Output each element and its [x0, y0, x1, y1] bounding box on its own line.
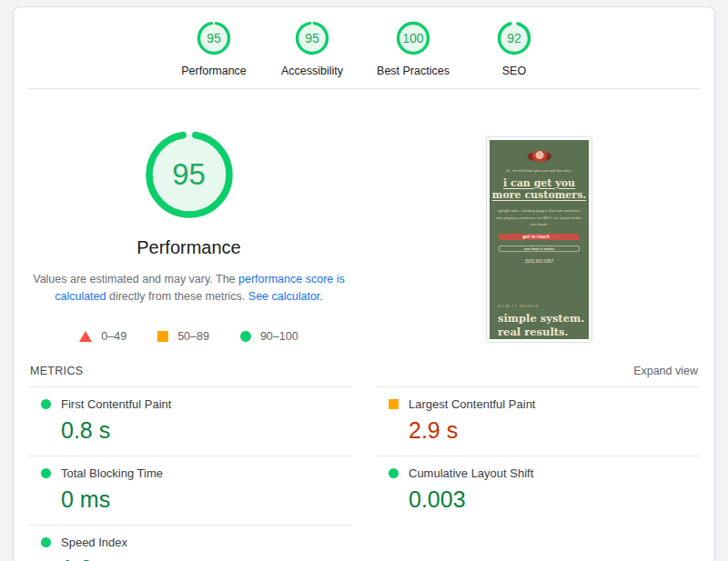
- metrics-title: METRICS: [30, 365, 83, 377]
- summary-gauge-accessibility[interactable]: 95 Accessibility: [278, 20, 346, 77]
- legend-fail: 0–49: [79, 330, 126, 343]
- tbt-name: Total Blocking Time: [61, 466, 163, 480]
- performance-label: Performance: [181, 65, 247, 77]
- summary-gauge-best-practices[interactable]: 100 Best Practices: [377, 20, 450, 77]
- desc-text-mid: directly from these metrics.: [106, 290, 248, 303]
- screenshot-tagline-line2: real results.: [498, 326, 584, 339]
- screenshot-secondary-button: see how it works: [499, 245, 580, 252]
- screenshot-intro-text: hi, i'm emil but you can call me alex.: [507, 168, 572, 173]
- average-square-icon: [157, 331, 168, 342]
- page-screenshot-thumbnail[interactable]: hi, i'm emil but you can call me alex. i…: [486, 136, 592, 343]
- screenshot-heading-line1: i can get you: [492, 177, 586, 190]
- cls-name: Cumulative Layout Shift: [409, 466, 533, 480]
- lcp-value: 2.9 s: [409, 417, 700, 444]
- fcp-value: 0.8 s: [61, 417, 352, 444]
- average-range: 50–89: [177, 330, 209, 343]
- si-status-icon: [41, 537, 51, 547]
- screenshot-phone: (500) 802-0387: [525, 259, 553, 264]
- screenshot-avatar: [528, 151, 551, 162]
- fcp-status-icon: [41, 399, 51, 409]
- lcp-name: Largest Contentful Paint: [409, 397, 535, 411]
- desc-text-before: Values are estimated and may vary. The: [33, 273, 238, 286]
- accessibility-gauge-icon: 95: [294, 20, 330, 56]
- metric-speed-index: Speed Index 1.0 s: [28, 525, 352, 561]
- big-performance-score: 95: [142, 127, 237, 222]
- performance-gauge-pane: 95 Performance Values are estimated and …: [14, 89, 364, 343]
- best-practices-gauge-icon: 100: [395, 20, 431, 56]
- score-description: Values are estimated and may vary. The p…: [20, 271, 359, 306]
- summary-gauge-seo[interactable]: 92 SEO: [480, 20, 548, 77]
- screenshot-heading: i can get you more customers.: [492, 177, 586, 203]
- accessibility-label: Accessibility: [281, 65, 343, 77]
- best-practices-label: Best Practices: [377, 65, 450, 77]
- metrics-column-right: Largest Contentful Paint 2.9 s Cumulativ…: [376, 386, 700, 561]
- screenshot-body-text: google ads + landing pages that turn sea…: [496, 207, 583, 227]
- metric-total-blocking-time: Total Blocking Time 0 ms: [28, 456, 352, 525]
- pass-range: 90–100: [260, 330, 298, 343]
- performance-score: 95: [196, 20, 232, 56]
- metrics-column-left: First Contentful Paint 0.8 s Total Block…: [28, 386, 352, 561]
- legend-pass: 90–100: [240, 330, 298, 343]
- screenshot-pane: hi, i'm emil but you can call me alex. i…: [364, 89, 714, 343]
- si-name: Speed Index: [61, 536, 127, 549]
- see-calculator-link[interactable]: See calculator.: [248, 290, 323, 303]
- screenshot-cta-button: get in touch →: [499, 234, 580, 240]
- report-card: 95 Performance 95 Accessibility 100: [13, 6, 715, 561]
- fcp-name: First Contentful Paint: [61, 397, 171, 411]
- performance-gauge-icon: 95: [196, 20, 232, 56]
- screenshot-kicker: HOW IT WORKS: [498, 304, 539, 308]
- metric-cumulative-layout-shift: Cumulative Layout Shift 0.003: [376, 456, 700, 525]
- seo-gauge-icon: 92: [496, 20, 532, 56]
- expand-view-link[interactable]: Expand view: [633, 365, 698, 377]
- performance-section: 95 Performance Values are estimated and …: [14, 89, 714, 343]
- si-value: 1.0 s: [61, 556, 352, 561]
- metrics-section: METRICS Expand view First Contentful Pai…: [14, 365, 714, 561]
- tbt-status-icon: [41, 468, 51, 478]
- screenshot-heading-line2: more customers.: [492, 189, 586, 202]
- legend-average: 50–89: [157, 330, 209, 343]
- score-legend: 0–49 50–89 90–100: [79, 330, 298, 343]
- big-performance-gauge[interactable]: 95: [142, 127, 237, 222]
- cls-status-icon: [389, 468, 399, 478]
- cls-value: 0.003: [409, 486, 700, 513]
- metrics-header: METRICS Expand view: [28, 365, 700, 386]
- metric-first-contentful-paint: First Contentful Paint 0.8 s: [28, 386, 352, 456]
- category-summary: 95 Performance 95 Accessibility 100: [14, 7, 714, 86]
- screenshot-content: hi, i'm emil but you can call me alex. i…: [490, 140, 589, 339]
- accessibility-score: 95: [294, 20, 330, 56]
- metrics-grid: First Contentful Paint 0.8 s Total Block…: [28, 386, 700, 561]
- metric-largest-contentful-paint: Largest Contentful Paint 2.9 s: [376, 386, 700, 456]
- best-practices-score: 100: [395, 20, 431, 56]
- fail-range: 0–49: [101, 330, 126, 343]
- screenshot-tagline: simple system. real results.: [498, 312, 584, 339]
- summary-gauge-performance[interactable]: 95 Performance: [180, 20, 248, 77]
- lcp-status-icon: [389, 399, 399, 409]
- tbt-value: 0 ms: [61, 486, 352, 513]
- seo-score: 92: [496, 20, 532, 56]
- pass-circle-icon: [240, 331, 251, 342]
- seo-label: SEO: [502, 65, 526, 77]
- fail-triangle-icon: [79, 331, 92, 342]
- big-performance-label: Performance: [136, 237, 241, 258]
- screenshot-tagline-line1: simple system.: [498, 312, 584, 326]
